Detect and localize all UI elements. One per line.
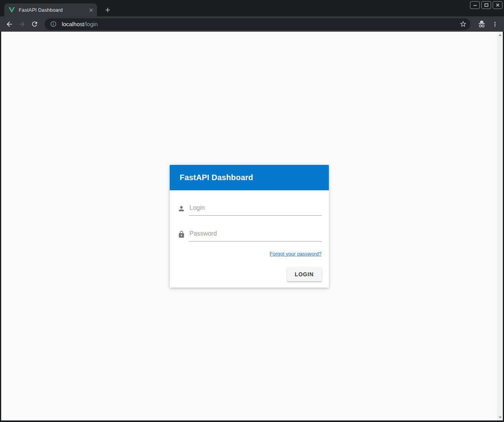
login-card: FastAPI Dashboard Forgot your passwo	[170, 165, 329, 288]
incognito-indicator	[476, 19, 488, 30]
scroll-down-arrow-icon	[499, 417, 502, 418]
login-button[interactable]: LOGIN	[287, 267, 322, 281]
person-icon	[178, 205, 185, 213]
browser-tab[interactable]: FastAPI Dashboard	[4, 4, 97, 16]
page-scrollbar[interactable]	[497, 32, 503, 420]
url-host: localhost	[62, 21, 84, 27]
info-circle-icon	[50, 21, 57, 27]
lock-icon	[178, 231, 185, 238]
vue-logo-icon	[9, 7, 15, 13]
reload-icon	[31, 20, 38, 28]
minimize-icon	[473, 3, 477, 7]
scrollbar-down-button[interactable]	[497, 414, 503, 420]
browser-toolbar: localhost/login	[0, 16, 504, 32]
bookmark-button[interactable]	[458, 19, 468, 29]
reload-button[interactable]	[29, 19, 40, 30]
new-tab-button[interactable]	[102, 4, 113, 15]
login-card-header: FastAPI Dashboard	[170, 165, 329, 190]
window-minimize-button[interactable]	[470, 1, 480, 9]
plus-icon	[104, 6, 111, 14]
browser-window: FastAPI Dashboard	[0, 0, 504, 422]
login-input[interactable]	[189, 204, 322, 216]
scroll-up-arrow-icon	[499, 34, 502, 36]
arrow-back-icon	[5, 20, 13, 28]
site-info-button[interactable]	[49, 20, 57, 29]
browser-menu-button[interactable]	[490, 19, 500, 29]
close-icon	[495, 3, 500, 7]
address-bar[interactable]: localhost/login	[45, 18, 470, 30]
page-viewport: FastAPI Dashboard Forgot your passwo	[1, 32, 503, 420]
login-card-body: Forgot your password? LOGIN	[170, 190, 329, 288]
login-field-row	[178, 204, 322, 216]
url-path: /login	[84, 21, 98, 27]
tab-title: FastAPI Dashboard	[19, 7, 88, 13]
forgot-password-link[interactable]: Forgot your password?	[270, 251, 322, 257]
incognito-icon	[477, 20, 486, 29]
arrow-forward-icon	[18, 20, 26, 28]
three-dot-menu-icon	[491, 21, 499, 28]
window-controls	[470, 1, 502, 9]
password-field-row	[178, 230, 322, 241]
maximize-icon	[484, 3, 489, 7]
scrollbar-up-button[interactable]	[497, 32, 503, 38]
browser-titlebar: FastAPI Dashboard	[0, 0, 504, 16]
window-maximize-button[interactable]	[481, 1, 491, 9]
tab-close-icon[interactable]	[88, 7, 95, 14]
login-button-row: LOGIN	[178, 267, 322, 284]
star-outline-icon	[459, 20, 467, 28]
back-button[interactable]	[4, 19, 15, 30]
forgot-password-row: Forgot your password?	[178, 250, 322, 257]
password-input[interactable]	[189, 230, 322, 241]
login-card-title: FastAPI Dashboard	[180, 173, 253, 182]
forward-button[interactable]	[16, 19, 27, 30]
window-close-button[interactable]	[493, 1, 502, 9]
url-text[interactable]: localhost/login	[62, 21, 98, 27]
